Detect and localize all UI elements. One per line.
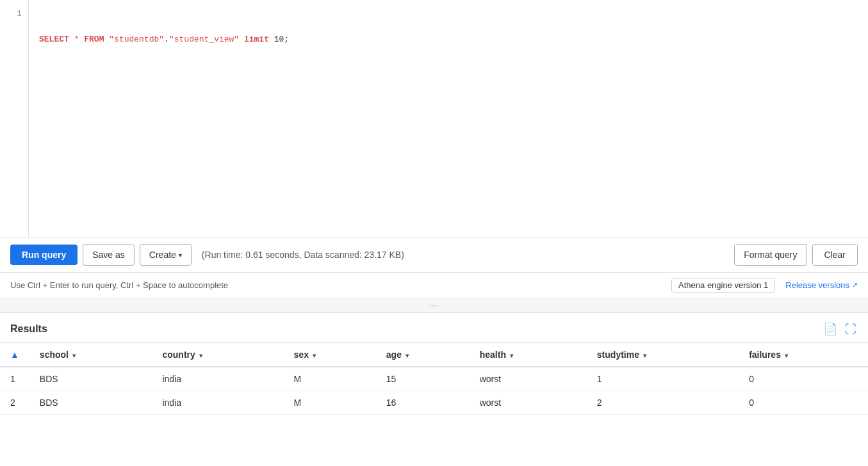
cell-sex: M — [284, 391, 376, 415]
school-sort-icon: ▾ — [72, 352, 76, 359]
studytime-sort-icon: ▾ — [643, 352, 646, 359]
cell-country: india — [152, 367, 283, 391]
engine-badge: Athena engine version 1 — [671, 278, 775, 293]
col-header-school[interactable]: school ▾ — [29, 343, 152, 367]
health-sort-icon: ▾ — [510, 352, 513, 359]
col-header-failures[interactable]: failures ▾ — [739, 343, 868, 367]
col-header-country[interactable]: country ▾ — [152, 343, 283, 367]
release-versions-label: Release versions — [785, 280, 849, 290]
keyword-select: SELECT — [39, 33, 69, 46]
results-header: Results 📄 ⛶ — [0, 313, 868, 342]
table-header-row: ▲ school ▾ country ▾ sex ▾ age ▾ health … — [0, 343, 868, 367]
results-table-wrapper: ▲ school ▾ country ▾ sex ▾ age ▾ health … — [0, 342, 868, 415]
line-numbers: 1 — [0, 0, 29, 237]
expand-button[interactable]: ⛶ — [844, 321, 858, 337]
clear-button[interactable]: Clear — [812, 244, 858, 266]
results-table: ▲ school ▾ country ▾ sex ▾ age ▾ health … — [0, 342, 868, 415]
table-row: 1BDSindiaM15worst10 — [0, 367, 868, 391]
col-header-health[interactable]: health ▾ — [470, 343, 587, 367]
code-dot: . — [164, 33, 169, 46]
results-title: Results — [10, 323, 47, 335]
cell-row: 2 — [0, 391, 29, 415]
engine-info: Athena engine version 1 Release versions… — [671, 278, 858, 293]
resize-handle[interactable]: ··· — [0, 298, 868, 313]
col-header-sex[interactable]: sex ▾ — [284, 343, 376, 367]
code-star: * — [74, 33, 79, 46]
failures-sort-icon: ▾ — [785, 352, 788, 359]
hint-bar: Use Ctrl + Enter to run query, Ctrl + Sp… — [0, 273, 868, 298]
results-actions: 📄 ⛶ — [822, 321, 858, 337]
cell-age: 16 — [376, 391, 470, 415]
cell-failures: 0 — [739, 391, 868, 415]
cell-studytime: 2 — [587, 391, 739, 415]
code-limit-val: 10; — [269, 33, 289, 46]
code-space — [69, 33, 74, 46]
line-number-1: 1 — [0, 8, 28, 20]
code-space2 — [104, 33, 109, 46]
download-icon: 📄 — [823, 323, 837, 335]
age-sort-icon: ▾ — [405, 352, 409, 359]
cell-row: 1 — [0, 367, 29, 391]
release-versions-link[interactable]: Release versions ↗ — [785, 280, 858, 290]
sex-sort-icon: ▾ — [313, 352, 316, 359]
toolbar: Run query Save as Create ▾ (Run time: 0.… — [0, 237, 868, 273]
code-line-1: SELECT * FROM "studentdb" . "student_vie… — [39, 33, 858, 46]
run-query-button[interactable]: Run query — [10, 245, 78, 265]
create-label: Create — [149, 250, 176, 260]
code-db: "studentdb" — [109, 33, 164, 46]
code-view: "student_view" — [169, 33, 239, 46]
format-query-button[interactable]: Format query — [734, 244, 807, 266]
cell-health: worst — [470, 367, 587, 391]
table-row: 2BDSindiaM16worst20 — [0, 391, 868, 415]
row-sort-asc-icon: ▲ — [10, 349, 19, 360]
create-button[interactable]: Create ▾ — [140, 244, 192, 266]
cell-sex: M — [284, 367, 376, 391]
col-header-studytime[interactable]: studytime ▾ — [587, 343, 739, 367]
keyword-from: FROM — [84, 33, 104, 46]
run-info: (Run time: 0.61 seconds, Data scanned: 2… — [197, 250, 729, 260]
col-header-age[interactable]: age ▾ — [376, 343, 470, 367]
external-link-icon: ↗ — [852, 281, 858, 289]
cell-school: BDS — [29, 367, 152, 391]
cell-age: 15 — [376, 367, 470, 391]
cell-studytime: 1 — [587, 367, 739, 391]
save-as-button[interactable]: Save as — [83, 244, 135, 266]
keyword-limit: limit — [244, 33, 269, 46]
cell-school: BDS — [29, 391, 152, 415]
expand-icon: ⛶ — [845, 323, 856, 335]
code-space3 — [239, 33, 244, 46]
editor-container: 1 SELECT * FROM "studentdb" . "student_v… — [0, 0, 868, 237]
code-editor[interactable]: SELECT * FROM "studentdb" . "student_vie… — [29, 0, 868, 237]
code-from-space — [79, 33, 84, 46]
create-chevron-icon: ▾ — [179, 252, 182, 259]
col-header-row[interactable]: ▲ — [0, 343, 29, 367]
download-button[interactable]: 📄 — [822, 321, 839, 337]
country-sort-icon: ▾ — [199, 352, 202, 359]
cell-country: india — [152, 391, 283, 415]
hint-text: Use Ctrl + Enter to run query, Ctrl + Sp… — [10, 280, 228, 290]
cell-health: worst — [470, 391, 587, 415]
cell-failures: 0 — [739, 367, 868, 391]
